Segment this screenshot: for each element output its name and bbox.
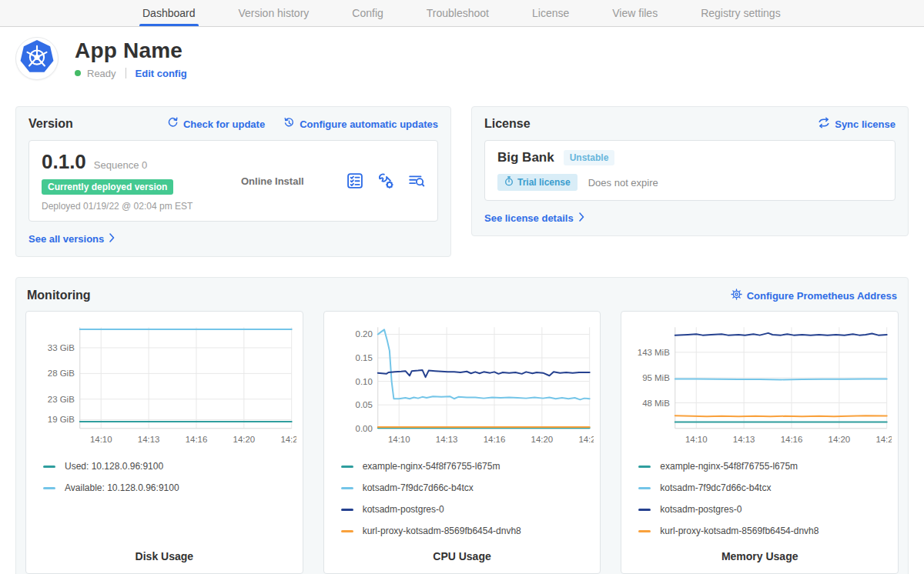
disk-usage-chart: 19 GiB23 GiB28 GiB33 GiB14:1014:1314:161… <box>32 318 296 452</box>
legend-item: kurl-proxy-kotsadm-8569fb6454-dnvh8 <box>341 526 584 536</box>
legend-item: kotsadm-postgres-0 <box>341 504 584 515</box>
tab-config[interactable]: Config <box>330 0 404 26</box>
top-nav: Dashboard Version history Config Trouble… <box>0 0 924 27</box>
kubernetes-icon <box>19 39 55 78</box>
legend-label: Available: 10.128.0.96:9100 <box>65 482 179 493</box>
legend-label: kotsadm-postgres-0 <box>363 504 444 515</box>
customer-name: Big Bank <box>497 150 554 165</box>
configure-automatic-updates-link[interactable]: Configure automatic updates <box>283 117 438 131</box>
chart-title: CPU Usage <box>330 546 594 566</box>
svg-text:14:20: 14:20 <box>531 435 553 444</box>
install-type-label: Online Install <box>230 175 346 187</box>
preflight-checks-icon[interactable] <box>346 172 363 189</box>
see-license-details-label: See license details <box>484 212 574 224</box>
svg-text:14:16: 14:16 <box>483 435 505 444</box>
tab-view-files[interactable]: View files <box>591 0 679 26</box>
version-number: 0.1.0 <box>42 150 86 174</box>
legend-item: example-nginx-54f8f76755-l675m <box>638 461 881 472</box>
see-license-details-link[interactable]: See license details <box>484 212 585 224</box>
svg-text:28 GiB: 28 GiB <box>48 369 75 378</box>
legend-color-dash <box>43 487 55 489</box>
svg-text:14:20: 14:20 <box>829 435 851 444</box>
license-type-badge: Trial license <box>497 174 578 191</box>
svg-text:23 GiB: 23 GiB <box>48 395 75 404</box>
see-all-versions-link[interactable]: See all versions <box>28 233 116 245</box>
sync-license-label: Sync license <box>835 118 896 130</box>
tab-troubleshoot[interactable]: Troubleshoot <box>405 0 511 26</box>
chart-title: Memory Usage <box>628 546 892 566</box>
legend-color-dash <box>638 466 651 468</box>
page-title: App Name <box>75 38 187 63</box>
chart-legend: example-nginx-54f8f76755-l675mkotsadm-7f… <box>330 452 594 546</box>
legend-color-dash <box>638 530 651 532</box>
legend-color-dash <box>341 466 353 468</box>
svg-text:14:20: 14:20 <box>233 435 256 444</box>
svg-text:14:10: 14:10 <box>90 435 112 444</box>
legend-item: example-nginx-54f8f76755-l675m <box>341 461 584 472</box>
license-type-label: Trial license <box>517 177 571 188</box>
legend-label: Used: 10.128.0.96:9100 <box>65 461 163 472</box>
svg-text:33 GiB: 33 GiB <box>48 343 75 352</box>
svg-text:19 GiB: 19 GiB <box>48 415 75 424</box>
tab-dashboard[interactable]: Dashboard <box>121 0 217 26</box>
legend-label: kurl-proxy-kotsadm-8569fb6454-dnvh8 <box>660 526 819 536</box>
chart-legend: Used: 10.128.0.96:9100Available: 10.128.… <box>32 452 296 546</box>
tab-version-history[interactable]: Version history <box>217 0 331 26</box>
tab-license[interactable]: License <box>511 0 591 26</box>
legend-label: kotsadm-7f9dc7d66c-b4tcx <box>363 482 474 493</box>
svg-text:14:10: 14:10 <box>388 435 410 444</box>
svg-text:14:23: 14:23 <box>280 435 296 444</box>
svg-text:48 MiB: 48 MiB <box>643 399 671 408</box>
view-logs-icon[interactable] <box>408 172 425 189</box>
channel-badge: Unstable <box>564 150 615 165</box>
sync-icon <box>818 117 830 131</box>
chevron-right-icon <box>109 233 116 245</box>
check-for-update-label: Check for update <box>183 118 265 130</box>
configure-prometheus-link[interactable]: Configure Prometheus Address <box>731 289 897 302</box>
configure-prometheus-label: Configure Prometheus Address <box>747 290 897 302</box>
status-text: Ready <box>87 68 116 79</box>
monitoring-title: Monitoring <box>27 289 91 302</box>
legend-color-dash <box>341 509 353 511</box>
svg-text:14:13: 14:13 <box>733 435 755 444</box>
sync-license-link[interactable]: Sync license <box>818 117 896 131</box>
configure-automatic-updates-label: Configure automatic updates <box>300 118 438 130</box>
license-card-title: License <box>484 117 531 131</box>
deployed-timestamp: Deployed 01/19/22 @ 02:04 pm EST <box>42 201 230 212</box>
svg-text:14:16: 14:16 <box>186 435 208 444</box>
disk-usage-chart-panel: 19 GiB23 GiB28 GiB33 GiB14:1014:1314:161… <box>25 311 303 574</box>
chart-title: Disk Usage <box>32 546 296 566</box>
expiry-text: Does not expire <box>588 177 658 189</box>
legend-item: kotsadm-postgres-0 <box>638 504 881 515</box>
refresh-icon <box>167 117 179 131</box>
app-logo <box>15 37 59 80</box>
cards-row: Version Check for update <box>0 106 924 257</box>
config-wrench-icon[interactable] <box>377 172 394 189</box>
deployed-badge: Currently deployed version <box>42 179 173 195</box>
svg-text:143 MiB: 143 MiB <box>638 348 670 357</box>
tab-registry-settings[interactable]: Registry settings <box>679 0 802 26</box>
edit-config-link[interactable]: Edit config <box>136 68 187 79</box>
legend-item: Available: 10.128.0.96:9100 <box>43 482 286 493</box>
gear-icon <box>731 289 742 302</box>
legend-label: kotsadm-7f9dc7d66c-b4tcx <box>660 482 771 493</box>
legend-color-dash <box>341 487 353 489</box>
legend-color-dash <box>43 466 55 468</box>
app-header: App Name Ready Edit config <box>0 27 924 86</box>
legend-label: example-nginx-54f8f76755-l675m <box>363 461 500 472</box>
cpu-usage-chart-panel: 0.000.050.100.150.2014:1014:1314:1614:20… <box>323 311 601 574</box>
check-for-update-link[interactable]: Check for update <box>167 117 265 131</box>
svg-text:14:23: 14:23 <box>578 435 594 444</box>
chart-legend: example-nginx-54f8f76755-l675mkotsadm-7f… <box>628 452 892 546</box>
monitoring-card: Monitoring Configure Prometheus Address … <box>15 277 909 574</box>
svg-text:14:23: 14:23 <box>876 435 892 444</box>
memory-usage-chart: 48 MiB95 MiB143 MiB14:1014:1314:1614:201… <box>628 318 892 452</box>
legend-label: example-nginx-54f8f76755-l675m <box>660 461 798 472</box>
legend-label: kurl-proxy-kotsadm-8569fb6454-dnvh8 <box>363 526 521 536</box>
license-card: License Sync license Big Bank Unstable <box>471 106 909 236</box>
svg-text:14:10: 14:10 <box>685 435 708 444</box>
svg-text:0.10: 0.10 <box>355 377 372 386</box>
see-all-versions-label: See all versions <box>28 233 104 245</box>
svg-text:14:13: 14:13 <box>435 435 457 444</box>
version-card-title: Version <box>28 117 73 131</box>
